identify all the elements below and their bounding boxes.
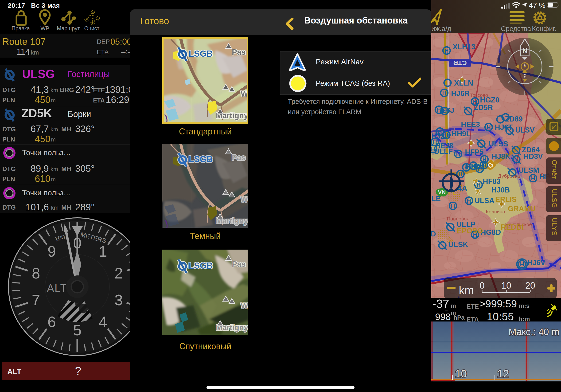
svg-text:Макс.: 40 m: Макс.: 40 m (509, 327, 559, 337)
svg-text:Pas: Pas (232, 153, 246, 162)
svg-text:HJ0B: HJ0B (491, 186, 510, 194)
svg-text:Pas: Pas (232, 260, 246, 268)
svg-text:10: 10 (501, 281, 511, 291)
svg-text:HJ8K: HJ8K (492, 152, 510, 161)
svg-text:W: W (241, 89, 247, 98)
svg-text:ERLIS: ERLIS (495, 195, 517, 204)
svg-text:Колпино: Колпино (486, 209, 505, 214)
svg-text:HD3V: HD3V (523, 152, 543, 161)
svg-text:HJ6V: HJ6V (527, 259, 546, 267)
svg-text:ZD5R: ZD5R (474, 103, 493, 112)
svg-text:8: 8 (32, 265, 40, 282)
svg-text:4: 4 (99, 314, 107, 330)
svg-text:GRAMU: GRAMU (508, 205, 535, 213)
svg-text:HEE3: HEE3 (461, 120, 480, 129)
svg-text:H: H (520, 261, 524, 267)
svg-text:CTR: CTR (453, 59, 467, 66)
svg-text:4A: 4A (458, 184, 467, 193)
svg-text:H: H (486, 124, 491, 131)
svg-text:XLH13: XLH13 (453, 43, 475, 51)
svg-text:7: 7 (32, 292, 40, 309)
svg-text:5: 5 (73, 322, 82, 339)
svg-text:EPOSO: EPOSO (457, 227, 483, 235)
svg-text:D: D (431, 230, 436, 238)
svg-text:ULSK: ULSK (448, 240, 468, 249)
svg-text:ULSM: ULSM (518, 166, 539, 174)
svg-text:HFP5: HFP5 (465, 148, 484, 156)
svg-text:H: H (456, 151, 460, 157)
svg-text:6: 6 (47, 314, 56, 330)
svg-text:H: H (444, 47, 448, 54)
svg-text:H: H (442, 90, 446, 96)
svg-text:H: H (437, 107, 441, 113)
svg-text:HJ2U: HJ2U (431, 132, 450, 140)
svg-text:H: H (531, 175, 535, 181)
svg-text:HH0J: HH0J (466, 163, 484, 171)
svg-text:3: 3 (114, 292, 123, 309)
svg-text:Дубровка: Дубровка (498, 173, 520, 179)
svg-text:HG8D: HG8D (481, 228, 501, 236)
svg-text:ALT: ALT (47, 282, 67, 294)
svg-text:0: 0 (479, 281, 485, 291)
svg-text:Pas: Pas (232, 48, 246, 56)
svg-text:LSGB: LSGB (189, 49, 213, 58)
svg-text:E6J: E6J (441, 106, 454, 114)
svg-text:LE: LE (431, 195, 441, 203)
svg-text:H: H (467, 198, 471, 204)
svg-text:REDBI: REDBI (501, 223, 523, 231)
svg-text:W: W (241, 195, 248, 204)
svg-text:HJ6R: HJ6R (451, 89, 470, 98)
svg-text:ZD89: ZD89 (505, 115, 523, 123)
svg-text:10: 10 (455, 368, 467, 380)
svg-text:2: 2 (114, 265, 123, 282)
svg-text:9: 9 (47, 243, 56, 260)
svg-text:HF83: HF83 (483, 177, 501, 185)
svg-text:LSGB: LSGB (189, 154, 213, 164)
svg-text:12: 12 (497, 368, 509, 380)
svg-text:20: 20 (525, 281, 535, 291)
svg-text:ULLF: ULLF (434, 147, 453, 156)
svg-text:H: H (458, 171, 462, 177)
svg-text:km: km (459, 284, 474, 296)
svg-text:W: W (241, 302, 248, 310)
svg-text:HGZ0: HGZ0 (480, 96, 499, 104)
svg-text:ULSA: ULSA (475, 196, 494, 205)
svg-text:VN: VN (438, 189, 446, 195)
svg-text:HH9L: HH9L (452, 130, 471, 138)
svg-text:LSGB: LSGB (189, 261, 213, 271)
svg-text:1: 1 (99, 243, 107, 260)
svg-text:ULSS: ULSS (489, 140, 508, 148)
svg-text:H: H (451, 203, 455, 209)
svg-text:N: N (522, 46, 528, 54)
svg-text:XLLN: XLLN (454, 79, 473, 87)
svg-text:HJ6T: HJ6T (495, 123, 513, 131)
svg-text:ULSV: ULSV (515, 126, 535, 134)
